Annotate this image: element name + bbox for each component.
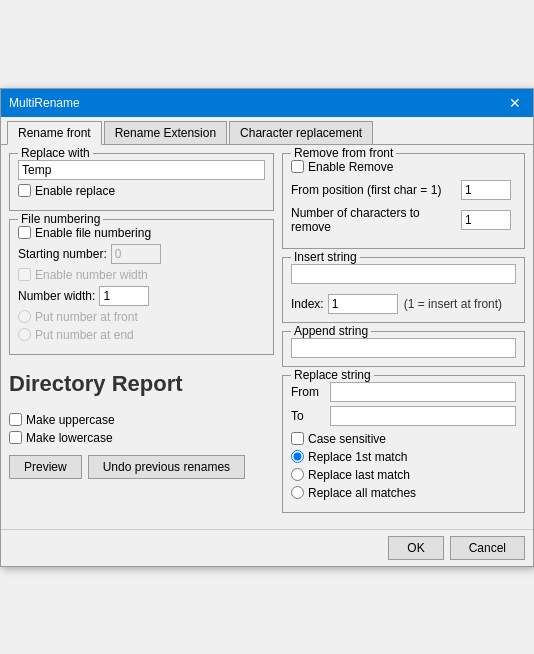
replace-all-radio[interactable]: [291, 486, 304, 499]
file-numbering-group: File numbering Enable file numbering Sta…: [9, 219, 274, 355]
put-number-front-radio[interactable]: [18, 310, 31, 323]
enable-numbering-label: Enable file numbering: [35, 226, 151, 240]
replace-all-row: Replace all matches: [291, 486, 516, 500]
starting-number-row: Starting number:: [18, 244, 265, 264]
make-uppercase-checkbox[interactable]: [9, 413, 22, 426]
enable-remove-label: Enable Remove: [308, 160, 393, 174]
right-column: Remove from front Enable Remove From pos…: [282, 153, 525, 521]
enable-replace-label: Enable replace: [35, 184, 115, 198]
put-number-end-row: Put number at end: [18, 328, 265, 342]
number-width-input[interactable]: [99, 286, 149, 306]
enable-replace-row: Enable replace: [18, 184, 265, 198]
close-button[interactable]: ✕: [505, 96, 525, 110]
make-lowercase-label: Make lowercase: [26, 431, 113, 445]
insert-index-row: Index: (1 = insert at front): [291, 294, 516, 314]
from-position-row: From position (first char = 1): [291, 180, 516, 200]
from-position-input[interactable]: [461, 180, 511, 200]
index-hint: (1 = insert at front): [404, 297, 502, 311]
starting-number-label: Starting number:: [18, 247, 107, 261]
case-sensitive-checkbox[interactable]: [291, 432, 304, 445]
case-sensitive-row: Case sensitive: [291, 432, 516, 446]
replace-all-label: Replace all matches: [308, 486, 416, 500]
replace-to-row: To: [291, 406, 516, 426]
enable-numbering-row: Enable file numbering: [18, 226, 265, 240]
replace-string-label: Replace string: [291, 368, 374, 382]
replace-to-input[interactable]: [330, 406, 516, 426]
remove-from-front-group: Remove from front Enable Remove From pos…: [282, 153, 525, 249]
directory-report-text: Directory Report: [9, 371, 274, 397]
append-string-input[interactable]: [291, 338, 516, 358]
from-position-label: From position (first char = 1): [291, 183, 461, 197]
tab-char-replacement[interactable]: Character replacement: [229, 121, 373, 144]
replace-1st-radio[interactable]: [291, 450, 304, 463]
replace-1st-label: Replace 1st match: [308, 450, 407, 464]
enable-replace-checkbox[interactable]: [18, 184, 31, 197]
insert-string-input[interactable]: [291, 264, 516, 284]
enable-width-label: Enable number width: [35, 268, 148, 282]
append-string-label: Append string: [291, 324, 371, 338]
case-sensitive-label: Case sensitive: [308, 432, 386, 446]
replace-1st-row: Replace 1st match: [291, 450, 516, 464]
ok-button[interactable]: OK: [388, 536, 443, 560]
replace-to-label: To: [291, 409, 326, 423]
replace-from-row: From: [291, 382, 516, 402]
replace-last-radio[interactable]: [291, 468, 304, 481]
undo-button[interactable]: Undo previous renames: [88, 455, 245, 479]
put-number-front-label: Put number at front: [35, 310, 138, 324]
replace-from-input[interactable]: [330, 382, 516, 402]
enable-numbering-checkbox[interactable]: [18, 226, 31, 239]
number-width-label: Number width:: [18, 289, 95, 303]
number-width-row: Number width:: [18, 286, 265, 306]
tab-content: Replace with Enable replace File numberi…: [1, 145, 533, 529]
replace-with-label: Replace with: [18, 146, 93, 160]
replace-last-label: Replace last match: [308, 468, 410, 482]
insert-string-group: Insert string Index: (1 = insert at fron…: [282, 257, 525, 323]
replace-with-input[interactable]: [18, 160, 265, 180]
make-lowercase-row: Make lowercase: [9, 431, 274, 445]
preview-button[interactable]: Preview: [9, 455, 82, 479]
num-chars-row: Number of characters to remove: [291, 206, 516, 234]
tab-bar: Rename front Rename Extension Character …: [1, 117, 533, 145]
num-chars-label: Number of characters to remove: [291, 206, 461, 234]
left-column: Replace with Enable replace File numberi…: [9, 153, 274, 521]
title-bar: MultiRename ✕: [1, 89, 533, 117]
make-uppercase-row: Make uppercase: [9, 413, 274, 427]
bottom-checkboxes: Make uppercase Make lowercase: [9, 413, 274, 445]
tab-rename-front[interactable]: Rename front: [7, 121, 102, 145]
enable-remove-row: Enable Remove: [291, 160, 516, 174]
make-uppercase-label: Make uppercase: [26, 413, 115, 427]
put-number-end-label: Put number at end: [35, 328, 134, 342]
index-label: Index:: [291, 297, 324, 311]
enable-width-row: Enable number width: [18, 268, 265, 282]
cancel-button[interactable]: Cancel: [450, 536, 525, 560]
replace-from-label: From: [291, 385, 326, 399]
enable-remove-checkbox[interactable]: [291, 160, 304, 173]
make-lowercase-checkbox[interactable]: [9, 431, 22, 444]
file-numbering-label: File numbering: [18, 212, 103, 226]
action-buttons: Preview Undo previous renames: [9, 455, 274, 479]
replace-with-group: Replace with Enable replace: [9, 153, 274, 211]
append-string-group: Append string: [282, 331, 525, 367]
tab-rename-extension[interactable]: Rename Extension: [104, 121, 227, 144]
enable-width-checkbox[interactable]: [18, 268, 31, 281]
window-title: MultiRename: [9, 96, 80, 110]
starting-number-input[interactable]: [111, 244, 161, 264]
put-number-end-radio[interactable]: [18, 328, 31, 341]
replace-string-group: Replace string From To Case sensitive Re…: [282, 375, 525, 513]
index-input[interactable]: [328, 294, 398, 314]
replace-last-row: Replace last match: [291, 468, 516, 482]
main-window: MultiRename ✕ Rename front Rename Extens…: [0, 88, 534, 567]
put-number-front-row: Put number at front: [18, 310, 265, 324]
num-chars-input[interactable]: [461, 210, 511, 230]
footer: OK Cancel: [1, 529, 533, 566]
insert-string-label: Insert string: [291, 250, 360, 264]
remove-from-front-label: Remove from front: [291, 146, 396, 160]
